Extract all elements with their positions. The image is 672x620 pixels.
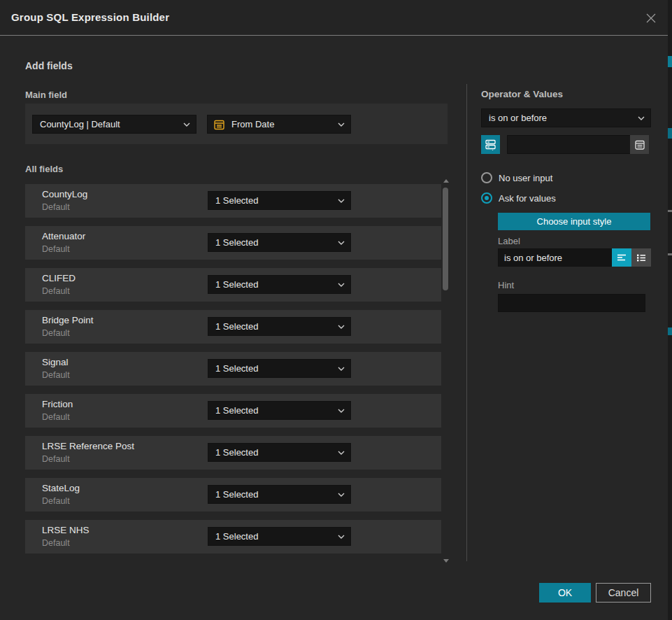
list-style-button[interactable] bbox=[631, 248, 651, 267]
chevron-down-icon bbox=[338, 199, 345, 203]
main-dataset-select-value: CountyLog | Default bbox=[40, 119, 120, 129]
field-values-select-value: 1 Selected bbox=[215, 531, 258, 542]
operator-values-heading: Operator & Values bbox=[481, 89, 563, 99]
chevron-down-icon bbox=[338, 409, 345, 413]
label-field-label: Label bbox=[498, 236, 520, 246]
align-left-icon bbox=[616, 252, 627, 263]
field-alias: Default bbox=[42, 412, 70, 422]
field-name: Bridge Point bbox=[42, 315, 94, 325]
cancel-button[interactable]: Cancel bbox=[596, 583, 651, 603]
background-accent bbox=[668, 128, 672, 139]
date-field-icon bbox=[213, 118, 225, 130]
scrollbar-thumb[interactable] bbox=[443, 188, 448, 290]
radio-option-label: Ask for values bbox=[499, 193, 556, 204]
add-fields-heading: Add fields bbox=[25, 60, 73, 71]
field-row: Bridge Point Default 1 Selected bbox=[25, 310, 441, 344]
field-values-select-value: 1 Selected bbox=[215, 321, 258, 332]
field-row: LRSE NHS Default 1 Selected bbox=[25, 520, 441, 554]
chevron-down-icon bbox=[338, 283, 345, 287]
main-field-select-value: From Date bbox=[231, 119, 274, 129]
date-value-input[interactable] bbox=[507, 135, 649, 154]
field-name: LRSE Reference Post bbox=[42, 441, 134, 451]
value-source-toggle-button[interactable] bbox=[481, 135, 500, 154]
field-name: Signal bbox=[42, 357, 69, 367]
field-row: CLIFED Default 1 Selected bbox=[25, 268, 441, 302]
hint-input[interactable] bbox=[498, 294, 645, 312]
radio-option[interactable]: Ask for values bbox=[481, 192, 556, 204]
background-accent bbox=[668, 56, 672, 67]
field-values-select[interactable]: 1 Selected bbox=[208, 527, 351, 546]
dialog-title: Group SQL Expression Builder bbox=[11, 11, 169, 23]
field-values-select-value: 1 Selected bbox=[215, 363, 258, 374]
field-alias: Default bbox=[42, 244, 70, 254]
all-fields-list: CountyLog Default 1 Selected Attenuator … bbox=[25, 184, 441, 562]
date-picker-button[interactable] bbox=[630, 135, 649, 154]
field-alias: Default bbox=[42, 496, 70, 506]
radio-option[interactable]: No user input bbox=[481, 171, 552, 184]
field-alias: Default bbox=[42, 538, 70, 548]
field-name: StateLog bbox=[42, 483, 80, 493]
label-input[interactable] bbox=[498, 248, 612, 267]
chevron-down-icon bbox=[338, 535, 345, 539]
scroll-up-icon[interactable] bbox=[443, 179, 449, 183]
radio-icon[interactable] bbox=[481, 192, 492, 204]
chevron-down-icon bbox=[183, 122, 190, 127]
group-sql-expression-builder-dialog: Group SQL Expression Builder Add fields … bbox=[0, 0, 672, 620]
hint-field-label: Hint bbox=[498, 280, 514, 290]
main-field-label: Main field bbox=[25, 90, 67, 100]
all-fields-label: All fields bbox=[25, 164, 63, 174]
background-accent bbox=[668, 253, 672, 255]
field-values-select[interactable]: 1 Selected bbox=[208, 401, 351, 420]
field-row: CountyLog Default 1 Selected bbox=[25, 184, 441, 218]
radio-icon[interactable] bbox=[481, 172, 492, 183]
single-line-style-button[interactable] bbox=[612, 248, 631, 267]
close-icon[interactable] bbox=[643, 10, 659, 27]
chevron-down-icon bbox=[638, 116, 645, 120]
field-values-select-value: 1 Selected bbox=[215, 405, 258, 416]
operator-select-value: is on or before bbox=[489, 113, 547, 123]
operator-select[interactable]: is on or before bbox=[481, 108, 651, 127]
field-alias: Default bbox=[42, 286, 70, 296]
field-values-select-value: 1 Selected bbox=[215, 489, 258, 500]
chevron-down-icon bbox=[338, 325, 345, 329]
field-name: CountyLog bbox=[42, 189, 87, 199]
chevron-down-icon bbox=[338, 367, 345, 371]
background-app-strip bbox=[668, 0, 672, 620]
field-name: LRSE NHS bbox=[42, 525, 90, 535]
field-row: Attenuator Default 1 Selected bbox=[25, 226, 441, 260]
background-accent bbox=[668, 327, 672, 335]
dialog-titlebar: Group SQL Expression Builder bbox=[0, 0, 668, 36]
date-value-field bbox=[507, 135, 649, 154]
field-values-select[interactable]: 1 Selected bbox=[208, 443, 351, 462]
field-alias: Default bbox=[42, 370, 70, 380]
calendar-icon bbox=[634, 139, 645, 150]
field-row: StateLog Default 1 Selected bbox=[25, 478, 441, 512]
field-name: Friction bbox=[42, 399, 73, 409]
field-alias: Default bbox=[42, 454, 70, 464]
field-row: LRSE Reference Post Default 1 Selected bbox=[25, 436, 441, 470]
field-values-select[interactable]: 1 Selected bbox=[208, 275, 351, 294]
list-scrollbar[interactable] bbox=[443, 179, 449, 563]
background-accent bbox=[668, 210, 672, 212]
field-row: Signal Default 1 Selected bbox=[25, 352, 441, 386]
chevron-down-icon bbox=[338, 241, 345, 245]
choose-input-style-button[interactable]: Choose input style bbox=[498, 213, 650, 230]
chevron-down-icon bbox=[338, 493, 345, 497]
stacked-values-icon bbox=[485, 139, 496, 150]
field-row: Friction Default 1 Selected bbox=[25, 394, 441, 428]
field-alias: Default bbox=[42, 202, 70, 212]
field-values-select-value: 1 Selected bbox=[215, 237, 258, 248]
field-values-select-value: 1 Selected bbox=[215, 279, 258, 290]
ok-button[interactable]: OK bbox=[539, 583, 591, 603]
bulleted-list-icon bbox=[636, 252, 647, 263]
scroll-down-icon[interactable] bbox=[443, 559, 449, 563]
dialog-window: Group SQL Expression Builder Add fields … bbox=[0, 0, 668, 620]
main-dataset-select[interactable]: CountyLog | Default bbox=[32, 115, 196, 134]
field-values-select[interactable]: 1 Selected bbox=[208, 485, 351, 504]
field-values-select[interactable]: 1 Selected bbox=[208, 191, 351, 210]
chevron-down-icon bbox=[338, 451, 345, 455]
field-values-select[interactable]: 1 Selected bbox=[208, 233, 351, 252]
field-values-select[interactable]: 1 Selected bbox=[208, 359, 351, 378]
field-values-select[interactable]: 1 Selected bbox=[208, 317, 351, 336]
main-field-select[interactable]: From Date bbox=[207, 115, 351, 134]
